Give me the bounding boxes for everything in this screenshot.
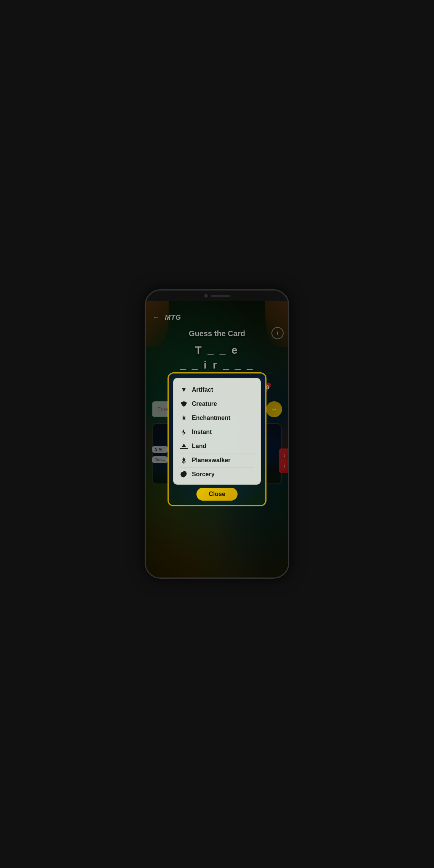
popup-overlay: ▼ Artifact Creature xyxy=(146,301,288,578)
card-type-popup: ▼ Artifact Creature xyxy=(168,372,266,506)
artifact-label: Artifact xyxy=(192,386,213,393)
planeswalker-icon xyxy=(180,456,188,464)
instant-label: Instant xyxy=(192,429,212,436)
enchantment-icon xyxy=(180,414,188,422)
sorcery-label: Sorcery xyxy=(192,471,215,478)
card-type-list: ▼ Artifact Creature xyxy=(173,378,261,485)
camera-dot xyxy=(204,294,208,298)
planeswalker-label: Planeswalker xyxy=(192,457,230,464)
artifact-icon: ▼ xyxy=(180,386,188,394)
card-type-enchantment[interactable]: Enchantment xyxy=(180,411,254,425)
card-type-instant[interactable]: Instant xyxy=(180,425,254,439)
card-type-sorcery[interactable]: Sorcery xyxy=(180,468,254,481)
speaker-bar xyxy=(211,295,230,297)
creature-icon xyxy=(180,400,188,408)
card-type-creature[interactable]: Creature xyxy=(180,397,254,411)
instant-icon xyxy=(180,428,188,436)
popup-close-button[interactable]: Close xyxy=(196,488,238,501)
phone-notch xyxy=(146,290,288,301)
sorcery-icon xyxy=(180,470,188,479)
close-label: Close xyxy=(209,491,225,497)
phone-frame: ← MTG Guess the Card i T _ _ e _ _ i r _… xyxy=(145,289,289,579)
card-type-planeswalker[interactable]: Planeswalker xyxy=(180,453,254,468)
land-icon xyxy=(180,442,188,450)
creature-label: Creature xyxy=(192,400,217,407)
land-label: Land xyxy=(192,443,206,450)
phone-screen: ← MTG Guess the Card i T _ _ e _ _ i r _… xyxy=(146,301,288,578)
card-type-land[interactable]: Land xyxy=(180,439,254,453)
card-type-artifact[interactable]: ▼ Artifact xyxy=(180,383,254,397)
enchantment-label: Enchantment xyxy=(192,415,230,421)
